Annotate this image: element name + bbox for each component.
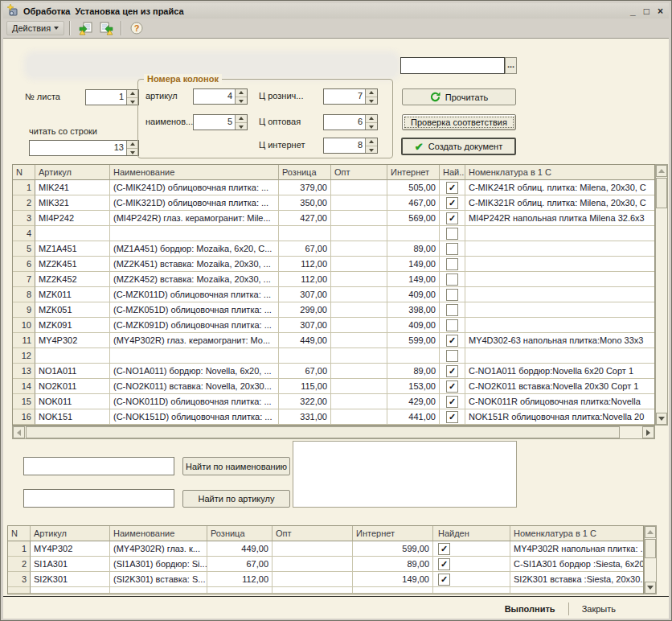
table-row[interactable]: 15NOK011(C-NOK011D) облицовочная плитка:… xyxy=(13,394,654,409)
scroll-down-button[interactable] xyxy=(656,413,667,425)
cell[interactable]: 409,00 xyxy=(387,287,440,302)
cell[interactable] xyxy=(35,226,110,241)
cell[interactable]: C-NO1A011 бордюр:Novella 6x20 Сорт 1 xyxy=(465,364,654,379)
cell[interactable]: (MI4P242R) глаз. керамогранит: Mile... xyxy=(110,211,279,226)
cell[interactable]: MZK091 xyxy=(35,318,110,333)
cell[interactable]: 427,00 xyxy=(279,211,331,226)
cell[interactable]: 15 xyxy=(13,394,35,409)
spin-up-button[interactable] xyxy=(236,115,247,123)
cell[interactable]: 350,00 xyxy=(279,195,331,211)
found-checkbox[interactable]: ✓ xyxy=(440,409,465,425)
internet-col-input[interactable]: 8 xyxy=(323,138,378,154)
cell[interactable]: (MY4P302R) глаз. к... xyxy=(110,541,207,557)
cell[interactable]: 3 xyxy=(8,572,31,587)
wholesale-col-input[interactable]: 6 xyxy=(323,114,378,130)
cell[interactable]: 6 xyxy=(13,257,35,272)
table-row[interactable]: 5MZ1A451(MZ1A451) бордюр: Mozaika, 6x20,… xyxy=(13,241,654,257)
search-name-input[interactable] xyxy=(23,457,174,475)
cell[interactable]: C-MIK321R облиц. плитка: Milena, 20x30, … xyxy=(465,195,654,211)
table-row[interactable]: 16NOK151(C-NOK151D) облицовочная плитка:… xyxy=(13,409,654,425)
cell[interactable]: NO1A011 xyxy=(35,364,110,379)
cell[interactable]: MZ1A451 xyxy=(35,241,110,257)
cell[interactable]: 14 xyxy=(13,379,35,394)
cell[interactable]: 307,00 xyxy=(279,287,331,302)
cell[interactable]: 10 xyxy=(13,318,35,333)
create-document-button[interactable]: ✔ Создать документ xyxy=(401,138,516,155)
cell[interactable] xyxy=(331,257,387,272)
spin-down-button[interactable] xyxy=(236,97,247,105)
cell[interactable]: 4 xyxy=(13,226,35,241)
spin-up-button[interactable] xyxy=(366,138,377,146)
minimize-button[interactable]: _ xyxy=(630,6,636,17)
cell[interactable] xyxy=(465,287,654,302)
table-row[interactable]: 4 xyxy=(13,226,654,241)
found-checkbox[interactable]: ✓ xyxy=(440,394,465,409)
cell[interactable] xyxy=(510,587,643,594)
vertical-scrollbar[interactable] xyxy=(655,164,668,426)
table-row[interactable]: 10MZK091(C-MZK091D) облицовочная плитка:… xyxy=(13,318,654,333)
cell[interactable] xyxy=(331,318,387,333)
cell[interactable]: 441,00 xyxy=(387,409,440,425)
table-row[interactable]: 1MY4P302(MY4P302R) глаз. к...449,00599,0… xyxy=(8,541,643,557)
cell[interactable] xyxy=(465,241,654,257)
table-row[interactable]: 3SI2K301(SI2K301) вставка: S...112,00149… xyxy=(8,572,643,587)
cell[interactable]: 299,00 xyxy=(279,302,331,318)
found-checkbox[interactable]: ✓ xyxy=(440,379,465,394)
cell[interactable] xyxy=(331,302,387,318)
cell[interactable] xyxy=(331,333,387,348)
scroll-up-button[interactable] xyxy=(645,526,656,538)
spin-down-button[interactable] xyxy=(236,123,247,130)
cell[interactable] xyxy=(207,587,272,594)
cell[interactable]: (MZ2K451) вставка: Mozaika, 20x30, ... xyxy=(110,257,279,272)
cell[interactable]: NOK151R облицовочная плитка:Novella 20 xyxy=(465,409,654,425)
cell[interactable]: 505,00 xyxy=(387,180,440,195)
cell[interactable]: C-SI1A301 бордюр :Siesta, 6x20... xyxy=(510,557,643,572)
cell[interactable]: (C-MIK241D) облицовочная плитка: ... xyxy=(110,180,279,195)
spin-up-button[interactable] xyxy=(127,141,138,149)
cell[interactable] xyxy=(110,226,279,241)
maximize-button[interactable]: □ xyxy=(644,6,649,17)
table-row[interactable]: 8MZK011(C-MZK011D) облицовочная плитка: … xyxy=(13,287,654,302)
scroll-thumb[interactable] xyxy=(645,539,656,558)
scroll-thumb[interactable] xyxy=(656,178,667,208)
cell[interactable]: (MY4P302R) глаз. керамогранит: Мо... xyxy=(110,333,279,348)
cell[interactable]: 89,00 xyxy=(387,364,440,379)
path-input[interactable] xyxy=(400,57,505,74)
table-row[interactable]: 7MZ2K452(MZ2K452) вставка: Mozaika, 20x3… xyxy=(13,272,654,287)
cell[interactable] xyxy=(465,302,654,318)
cell[interactable] xyxy=(331,226,387,241)
found-checkbox[interactable]: ✓ xyxy=(433,572,510,587)
read-button[interactable]: Прочитать xyxy=(402,88,516,105)
cell[interactable]: (C-NOK151D) облицовочная плитка: ... xyxy=(110,409,279,425)
cell[interactable]: 13 xyxy=(13,364,35,379)
cell[interactable] xyxy=(331,211,387,226)
cell[interactable]: (SI1A301) бордюр: Si... xyxy=(110,557,207,572)
table-row[interactable]: 11MY4P302(MY4P302R) глаз. керамогранит: … xyxy=(13,333,654,348)
cell[interactable] xyxy=(279,348,331,364)
cell[interactable] xyxy=(331,348,387,364)
cell[interactable]: MZ2K451 xyxy=(35,257,110,272)
cell[interactable] xyxy=(465,318,654,333)
cell[interactable] xyxy=(31,587,110,594)
execute-button[interactable]: Выполнить xyxy=(497,602,563,616)
spin-down-button[interactable] xyxy=(127,98,138,105)
spin-up-button[interactable] xyxy=(236,89,247,97)
save-settings-icon[interactable] xyxy=(96,19,116,37)
cell[interactable]: 569,00 xyxy=(387,211,440,226)
actions-menu-button[interactable]: Действия xyxy=(6,21,64,35)
name-col-input[interactable]: 5 xyxy=(193,114,248,130)
spin-down-button[interactable] xyxy=(366,97,377,105)
cell[interactable]: MY4P302R напольная плитка: ... xyxy=(510,541,643,557)
close-button[interactable]: × xyxy=(658,6,663,17)
cell[interactable]: MI4P242R напольная плитка Milena 32.6x3 xyxy=(465,211,654,226)
cell[interactable]: (MZ1A451) бордюр: Mozaika, 6x20, C... xyxy=(110,241,279,257)
cell[interactable]: (C-NO1A011) бордюр: Novella, 6x20, ... xyxy=(110,364,279,379)
spin-up-button[interactable] xyxy=(366,89,377,97)
cell[interactable]: 379,00 xyxy=(279,180,331,195)
help-icon[interactable]: ? xyxy=(127,19,146,37)
cell[interactable]: 449,00 xyxy=(207,541,272,557)
cell[interactable] xyxy=(387,348,440,364)
browse-button[interactable]: ... xyxy=(505,57,517,74)
cell[interactable]: 2 xyxy=(8,557,31,572)
cell[interactable]: NOK011 xyxy=(35,394,110,409)
